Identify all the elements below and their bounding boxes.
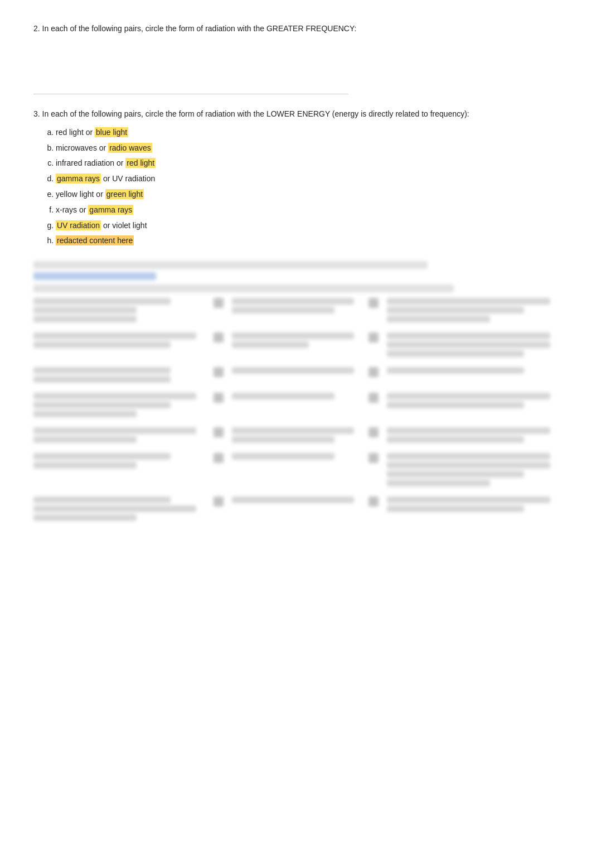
item-c-highlight: red light (125, 158, 156, 168)
list-item-d: gamma rays or UV radiation (56, 172, 559, 186)
item-b-before: microwaves or (56, 143, 108, 152)
blurred-instruction-1 (33, 261, 428, 269)
q3-list: red light or blue light microwaves or ra… (33, 126, 559, 248)
blurred-check-1b (367, 298, 380, 308)
item-d-highlight: gamma rays (56, 173, 101, 184)
item-e-highlight: green light (105, 189, 144, 199)
item-g-after: or violet light (101, 221, 147, 230)
list-item-a: red light or blue light (56, 126, 559, 139)
blurred-row-3 (33, 367, 559, 385)
item-g-highlight: UV radiation (56, 220, 101, 230)
blurred-right-6 (387, 453, 559, 489)
item-h-highlight: redacted content here (56, 235, 134, 245)
blurred-right-5 (387, 427, 559, 445)
question-3: 3. In each of the following pairs, circl… (33, 108, 559, 248)
blurred-cell-6a (33, 453, 205, 471)
blurred-check-4a (212, 393, 225, 403)
blurred-instruction-2 (33, 284, 454, 292)
blurred-check-2a (212, 332, 225, 343)
list-item-e: yellow light or green light (56, 188, 559, 201)
blurred-section (33, 261, 559, 523)
item-f-before: x-rays or (56, 205, 88, 214)
blurred-table (33, 298, 559, 523)
blurred-check-7b (367, 496, 380, 507)
list-item-c: infrared radiation or red light (56, 157, 559, 170)
blurred-check-3b (367, 367, 380, 377)
blurred-check-6b (367, 453, 380, 463)
blurred-right-3 (387, 367, 559, 376)
blurred-check-6a (212, 453, 225, 463)
item-f-highlight: gamma rays (88, 205, 133, 215)
blurred-right-7 (387, 496, 559, 514)
item-c-before: infrared radiation or (56, 158, 125, 167)
blurred-mid-3 (232, 367, 361, 376)
item-a-highlight: blue light (95, 127, 128, 137)
blurred-cell-7a (33, 496, 205, 523)
blurred-check-5a (212, 427, 225, 437)
blurred-mid-7 (232, 496, 361, 505)
blurred-check-7a (212, 496, 225, 507)
blurred-right-1 (387, 298, 559, 325)
list-item-g: UV radiation or violet light (56, 219, 559, 233)
blurred-row-2 (33, 332, 559, 359)
blurred-right-4 (387, 393, 559, 411)
q2-text: 2. In each of the following pairs, circl… (33, 22, 559, 35)
blurred-cell-5a (33, 427, 205, 445)
blurred-row-5 (33, 427, 559, 445)
blurred-check-3a (212, 367, 225, 377)
item-a-before: red light or (56, 128, 95, 137)
item-d-after: or UV radiation (101, 174, 155, 183)
blurred-check-5b (367, 427, 380, 437)
blurred-cell-1a (33, 298, 205, 325)
blurred-mid-4 (232, 393, 361, 402)
blurred-mid-2 (232, 332, 361, 350)
blurred-row-7 (33, 496, 559, 523)
list-item-f: x-rays or gamma rays (56, 204, 559, 217)
blurred-mid-6 (232, 453, 361, 462)
blurred-link (33, 272, 156, 280)
blurred-cell-3a (33, 367, 205, 385)
blurred-cell-4a (33, 393, 205, 419)
q3-text: 3. In each of the following pairs, circl… (33, 108, 559, 120)
blurred-right-2 (387, 332, 559, 359)
question-2: 2. In each of the following pairs, circl… (33, 22, 559, 94)
blurred-row-4 (33, 393, 559, 419)
blurred-mid-1 (232, 298, 361, 316)
q2-blank-area (33, 40, 559, 85)
list-item-b: microwaves or radio waves (56, 142, 559, 155)
blurred-row-6 (33, 453, 559, 489)
blurred-check-4b (367, 393, 380, 403)
blurred-mid-5 (232, 427, 361, 445)
item-b-highlight: radio waves (108, 143, 152, 153)
blurred-row-1 (33, 298, 559, 325)
item-e-before: yellow light or (56, 190, 105, 199)
blurred-check-1a (212, 298, 225, 308)
blurred-cell-2a (33, 332, 205, 350)
blurred-check-2b (367, 332, 380, 343)
list-item-h: redacted content here (56, 234, 559, 248)
q2-divider (33, 94, 348, 94)
